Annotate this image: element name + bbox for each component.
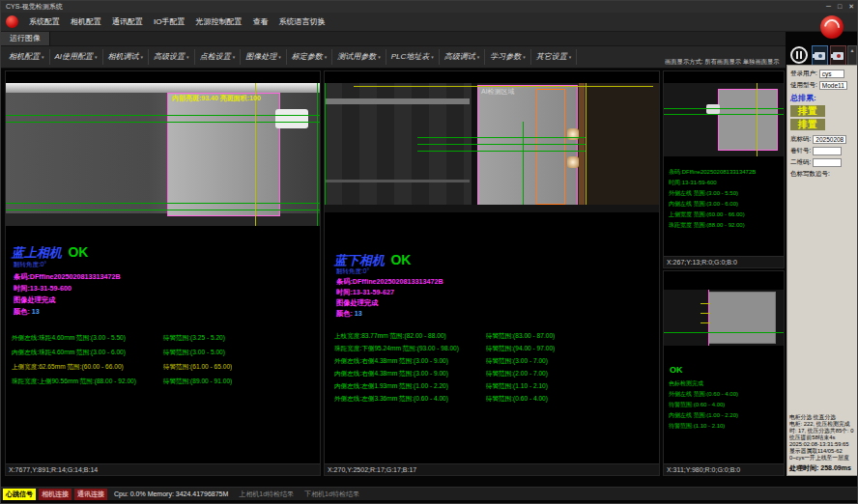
measurement-row: 外侧左线:右侧4.38mm 范围:(3.00 - 9.00) 待警范围:(3.0… [334, 357, 660, 366]
measurement-warn: 待警范围:(89.00 - 91.00) [163, 378, 232, 386]
result-bottom-camera[interactable]: 下相机1d特检结果 [304, 490, 359, 499]
small-bottom-camera-panel: OK 色标检测完成 外侧左线 范围:(0.60 - 4.00) 待警范围:(0.… [663, 270, 785, 476]
minimize-button[interactable]: ─ [826, 1, 831, 13]
measurement-row: 内侧左线:珠距4.60mm 范围:(3.00 - 6.00) 待警范围:(3.0… [12, 349, 321, 357]
measurement-main: 珠距宽度:上侧90.56mm 范围:(88.00 - 92.00) [12, 378, 161, 386]
preview-info-line: 内侧左线 范围:(3.00 - 6.00) [669, 200, 783, 209]
overlay-line [255, 83, 256, 226]
toolbar-advanced-settings[interactable]: 高级设置▾ [149, 49, 195, 65]
heartbeat-indicator: 心跳信号 [3, 489, 36, 500]
image-region [325, 205, 660, 212]
toolbar-label: 图像处理 [245, 49, 276, 65]
overlay-line [417, 151, 586, 152]
pause-button[interactable] [790, 46, 808, 64]
toolbar-calibration-params[interactable]: 标定参数▾ [287, 49, 333, 65]
measurement-main: 珠距宽度:下侧95.24mm 范围:(93.00 - 98.00) [334, 345, 484, 353]
toolbar-spot-check[interactable]: 点检设置▾ [195, 49, 242, 65]
camera-view-2-button[interactable] [830, 45, 846, 66]
pixel-coordinates: X:7677,Y:891;R:14;G:14;B:14 [6, 463, 320, 475]
toolbar-plc-address[interactable]: PLC地址表▾ [386, 49, 440, 65]
measurement-main: 上侧宽度:62.65mm 范围:(60.00 - 66.00) [12, 363, 161, 372]
tab-run-image[interactable]: 运行图像 [1, 32, 50, 45]
toolbar-learning-params[interactable]: 学习参数▾ [485, 49, 531, 65]
toolbar-camera-config[interactable]: 相机配置▾ [4, 49, 50, 65]
menu-camera-config[interactable]: 相机配置 [71, 16, 101, 27]
chevron-down-icon: ▾ [233, 49, 236, 65]
menu-light-config[interactable]: 光源控制配置 [195, 16, 242, 27]
chevron-down-icon: ▾ [95, 49, 98, 65]
result-top-camera[interactable]: 上相机1d特检结果 [239, 490, 294, 499]
measurement-warn: 待警范围:(3.00 - 5.00) [163, 349, 225, 357]
needle-number-input[interactable] [813, 147, 842, 155]
toolbar-image-processing[interactable]: 图像处理▾ [241, 49, 287, 65]
toolbar-ai-config[interactable]: AI使用配置▾ [50, 49, 103, 65]
preview-info-line: 外侧左线 范围:(0.60 - 4.00) [669, 390, 783, 399]
camera-view-1-button[interactable] [812, 45, 828, 66]
measurement-row: 上侧宽度:62.65mm 范围:(60.00 - 66.00) 待警范围:(61… [12, 363, 321, 372]
image-region [579, 83, 660, 212]
small-top-camera-image[interactable] [664, 83, 785, 156]
pause-icon [796, 51, 798, 59]
menu-view[interactable]: 查看 [252, 16, 268, 27]
image-region [6, 83, 321, 93]
toolbar-label: 点检设置 [200, 49, 231, 65]
toolbar-camera-debug[interactable]: 相机调试▾ [103, 49, 150, 65]
close-button[interactable]: ✕ [848, 1, 854, 13]
chevron-down-icon: ▾ [378, 49, 381, 65]
measurement-row: 外侧左线:珠距4.60mm 范围:(3.00 - 5.50) 待警范围:(3.2… [12, 334, 321, 343]
window-title: CYS-视觉检测系统 [6, 3, 63, 10]
ai-region-label: AI检测区域 [481, 87, 515, 97]
needle-number-label: 卷针号: [790, 147, 811, 155]
measurement-main: 内侧左线:左侧1.93mm 范围:(1.00 - 2.20) [334, 382, 484, 391]
barcode-text: 条码:DFffine2025020813313472B [336, 277, 443, 287]
menu-comm-config[interactable]: 通讯配置 [112, 16, 143, 27]
small-bottom-camera-image[interactable] [664, 290, 785, 346]
status-ok-badge: OK [670, 365, 683, 375]
ai-detect-region [536, 89, 565, 205]
preview-info-line: 时间:13-31-59-600 [669, 179, 783, 187]
qr-code-input[interactable] [813, 158, 842, 167]
overlay-line [6, 115, 321, 116]
connector-part [706, 104, 720, 114]
model-select[interactable]: Mode11 [819, 81, 847, 90]
camera-icon [815, 52, 825, 60]
maximize-button[interactable]: □ [838, 1, 842, 13]
menu-io-config[interactable]: IO手配置 [154, 16, 185, 27]
toolbar-label: 相机调试 [108, 49, 139, 65]
toolbar-label: 高级设置 [154, 49, 185, 65]
chevron-down-icon: ▾ [186, 49, 189, 65]
overlay-line [664, 332, 785, 333]
toolbar-advanced-debug[interactable]: 高级调试▾ [440, 49, 486, 65]
measurement-warn: 待警范围:(3.25 - 5.20) [163, 334, 225, 343]
brightness-overlay-label: 内部亮斑:93.40 亮斑面积:100 [172, 94, 261, 103]
time-text: 时间:13-31-59-600 [14, 284, 72, 294]
preview-info-line: 条码:DFffine2025020813313472B [669, 168, 783, 177]
menu-system-config[interactable]: 系统配置 [29, 16, 60, 27]
preview-info-line: 内侧左线 范围:(1.00 - 2.20) [669, 411, 783, 420]
measurement-warn: 待警范围:(94.00 - 97.00) [486, 345, 555, 353]
cpu-memory-info: Cpu: 0.0% Memory: 3424.41796875M [114, 490, 228, 497]
measurement-row: 外侧左线:左侧3.36mm 范围:(0.60 - 4.00) 待警范围:(0.6… [334, 395, 660, 404]
pause-icon [800, 51, 802, 59]
measurement-warn: 待警范围:(61.00 - 65.00) [163, 363, 232, 372]
overlay-line [523, 122, 524, 209]
toolbar-other-settings[interactable]: 其它设置▾ [531, 49, 578, 65]
footer-line: 2025:02:08-13:31:59:65 [789, 441, 858, 448]
model-label: 使用型号: [790, 81, 817, 90]
toolbar-test-params[interactable]: 测试用参数▾ [332, 49, 386, 65]
menu-language-switch[interactable]: 系统语言切换 [278, 16, 325, 27]
toolbar-label: 测试用参数 [337, 49, 376, 65]
image-region [325, 98, 470, 104]
color-value: 13 [32, 307, 40, 316]
chevron-down-icon: ▾ [477, 49, 480, 65]
right-camera-image[interactable]: AI检测区域 [325, 83, 660, 212]
qr-code-label: 二维码: [790, 158, 811, 167]
chevron-down-icon: ▾ [278, 49, 281, 65]
scroll-up-icon[interactable]: ▲ [850, 47, 855, 53]
color-value: 13 [355, 309, 362, 318]
footer-line: 显示器属取114/05-62 [789, 448, 858, 455]
overlay-line [586, 83, 586, 212]
left-camera-image[interactable]: 内部亮斑:93.40 亮斑面积:100 [6, 83, 321, 226]
process-status-text: 图像处理完成 [14, 295, 55, 305]
overlay-line [6, 203, 321, 204]
